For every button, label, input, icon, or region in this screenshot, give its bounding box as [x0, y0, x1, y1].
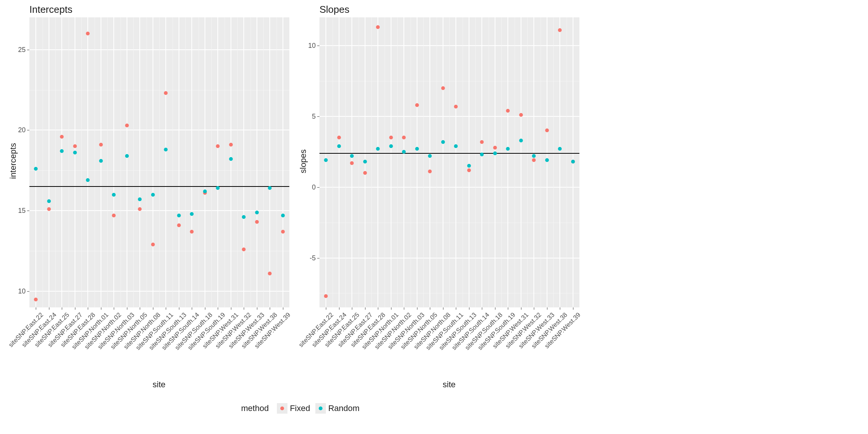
gridline-minor	[69, 17, 69, 307]
xtick-mark	[560, 307, 560, 310]
gridline-minor	[237, 17, 238, 307]
gridline-major	[139, 17, 140, 307]
data-point	[281, 230, 285, 234]
xtick-mark	[62, 307, 62, 310]
xtick-mark	[36, 307, 36, 310]
data-point	[402, 136, 406, 139]
xtick-mark	[283, 307, 283, 310]
data-point	[493, 151, 497, 155]
xtick-mark	[114, 307, 114, 310]
data-point	[532, 158, 536, 162]
data-point	[519, 139, 523, 142]
data-point	[47, 207, 51, 211]
data-point	[376, 25, 380, 29]
gridline-minor	[437, 17, 437, 307]
xtick-mark	[140, 307, 140, 310]
xtick-mark	[391, 307, 391, 310]
data-point	[493, 146, 497, 150]
data-point	[428, 154, 432, 158]
data-point	[415, 147, 419, 151]
gridline-minor	[345, 17, 346, 307]
xtick-mark	[365, 307, 365, 310]
xtick-mark	[179, 307, 179, 310]
gridline-major	[127, 17, 127, 307]
gridline-minor	[107, 17, 108, 307]
data-point	[363, 160, 367, 164]
data-point	[268, 186, 272, 190]
gridline-minor	[553, 17, 554, 307]
gridline-minor	[159, 17, 160, 307]
data-point	[255, 211, 259, 214]
data-point	[86, 32, 90, 35]
gridline-major	[559, 17, 560, 307]
xtick-mark	[430, 307, 430, 310]
data-point	[506, 147, 510, 151]
legend-key-random: Random	[315, 403, 359, 414]
data-point	[337, 144, 341, 148]
gridline-major	[547, 17, 547, 307]
plot-area-intercepts	[29, 17, 289, 307]
xtick-mark	[153, 307, 153, 310]
gridline-major	[269, 17, 270, 307]
gridline-minor	[263, 17, 264, 307]
gridline-major	[231, 17, 231, 307]
data-point	[177, 214, 181, 217]
data-point	[216, 144, 220, 148]
gridline-major	[429, 17, 430, 307]
legend-swatch	[315, 403, 326, 414]
legend-label-random: Random	[328, 403, 359, 413]
gridline-major	[205, 17, 205, 307]
xtick-mark	[231, 307, 231, 310]
data-point	[73, 151, 77, 154]
ytick-label: 5	[303, 112, 316, 120]
data-point	[337, 136, 341, 139]
data-point	[389, 144, 393, 148]
gridline-minor	[449, 17, 450, 307]
data-point	[268, 272, 272, 275]
gridline-minor	[541, 17, 541, 307]
gridline-minor	[199, 17, 199, 307]
gridline-minor	[489, 17, 489, 307]
data-point	[138, 207, 142, 211]
data-point	[506, 109, 510, 113]
data-point	[324, 158, 328, 162]
xtick-mark	[534, 307, 534, 310]
data-point	[350, 154, 354, 158]
gridline-minor	[359, 17, 359, 307]
gridline-minor	[277, 17, 277, 307]
gridline-major	[507, 17, 508, 307]
data-point	[164, 91, 168, 95]
gridline-minor	[121, 17, 121, 307]
gridline-major	[533, 17, 534, 307]
ytick-label: 15	[13, 207, 26, 215]
gridline-major	[87, 17, 88, 307]
xtick-mark	[456, 307, 456, 310]
data-point	[60, 135, 64, 139]
ytick-mark	[27, 50, 29, 50]
xtick-mark	[166, 307, 166, 310]
gridline-major	[417, 17, 417, 307]
gridline-major	[165, 17, 166, 307]
gridline-minor	[173, 17, 173, 307]
xtick-mark	[404, 307, 404, 310]
gridline-major	[75, 17, 75, 307]
ytick-mark	[317, 258, 319, 258]
data-point	[480, 153, 484, 156]
xtick-mark	[339, 307, 339, 310]
data-point	[545, 158, 549, 162]
plot-area-slopes	[319, 17, 579, 307]
data-point	[190, 212, 194, 216]
data-point	[558, 28, 562, 32]
gridline-minor	[475, 17, 476, 307]
reference-hline	[29, 186, 289, 187]
xtick-mark	[378, 307, 378, 310]
gridline-minor	[515, 17, 515, 307]
ytick-label: 10	[303, 42, 316, 50]
xtick-mark	[521, 307, 521, 310]
gridline-major	[326, 17, 326, 307]
xtick-mark	[508, 307, 508, 310]
data-point	[324, 294, 328, 298]
gridline-minor	[463, 17, 463, 307]
gridline-major	[153, 17, 153, 307]
data-point	[441, 140, 445, 144]
